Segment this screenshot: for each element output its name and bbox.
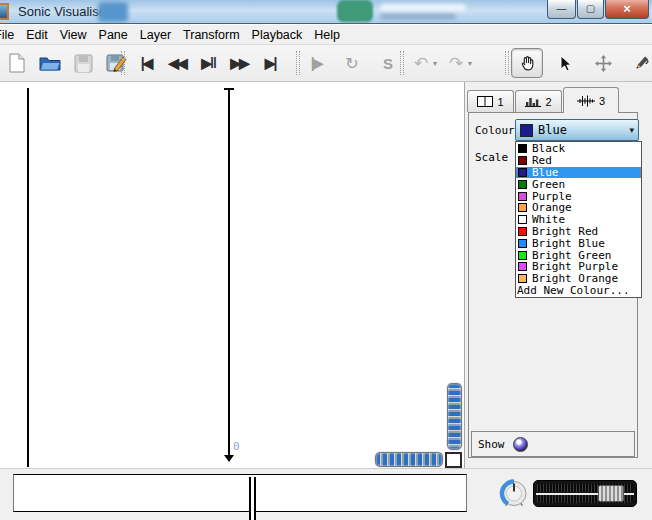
fast-forward-icon: ▶▶	[230, 55, 248, 71]
split-pane-icon	[477, 96, 493, 107]
playback-time-label: 0	[233, 440, 240, 453]
bottom-bar	[0, 468, 652, 520]
watermark	[380, 4, 466, 11]
tab-label: 2	[545, 96, 551, 108]
play-pause-icon: ▶‖	[201, 55, 215, 71]
toolbar: |◀ ◀◀ ▶‖ ▶▶ ▶| |▶ ↻ S ↶ ▾ ↷ ▾	[0, 45, 652, 82]
rewind-button[interactable]: ◀◀	[164, 49, 190, 77]
arrow-cursor-icon	[558, 55, 573, 72]
title-bar: Sonic Visualiser — ▢ ×	[0, 0, 652, 24]
minimize-button[interactable]: —	[547, 0, 576, 19]
undo-dropdown-arrow[interactable]: ▾	[433, 59, 437, 68]
tab-label: 3	[599, 95, 605, 107]
colour-option-bright-purple[interactable]: Bright Purple	[516, 261, 641, 273]
play-pause-button[interactable]: ▶‖	[195, 49, 221, 77]
colour-swatch	[518, 192, 527, 201]
colour-swatch	[518, 227, 527, 236]
window-title: Sonic Visualiser	[18, 4, 110, 19]
colour-swatch	[518, 262, 527, 271]
undo-button[interactable]: ↶	[408, 49, 434, 77]
menu-edit[interactable]: Edit	[20, 25, 54, 45]
colour-swatch	[518, 239, 527, 248]
close-button[interactable]: ×	[605, 0, 649, 19]
colour-swatch	[518, 203, 527, 212]
colour-value: Blue	[538, 123, 624, 137]
colour-option-red[interactable]: Red	[516, 155, 641, 167]
maximize-button[interactable]: ▢	[577, 0, 604, 19]
open-folder-icon	[39, 54, 61, 72]
bar-chart-icon	[525, 96, 541, 107]
menu-help[interactable]: Help	[308, 25, 346, 45]
colour-option-orange[interactable]: Orange	[516, 202, 641, 214]
playback-level-fader[interactable]	[533, 480, 637, 507]
playback-cursor	[228, 89, 230, 461]
rewind-to-start-button[interactable]: |◀	[133, 49, 159, 77]
show-box: Show	[471, 431, 635, 457]
scale-label: Scale	[475, 151, 508, 164]
colour-option-bright-blue[interactable]: Bright Blue	[516, 237, 641, 249]
menu-layer[interactable]: Layer	[134, 25, 177, 45]
show-play-led[interactable]	[513, 437, 528, 452]
save-button[interactable]	[70, 49, 96, 77]
move-tool-button[interactable]	[587, 48, 619, 78]
colour-option-bright-red[interactable]: Bright Red	[516, 226, 641, 238]
tab-pane-1[interactable]: 1	[467, 90, 514, 112]
tab-label: 1	[497, 96, 503, 108]
redo-dropdown-arrow[interactable]: ▾	[468, 59, 472, 68]
colour-swatch	[520, 124, 533, 137]
menu-view[interactable]: View	[54, 25, 93, 45]
colour-combobox[interactable]: Blue ▾	[515, 119, 639, 141]
playback-cursor-arrow	[224, 455, 234, 462]
watermark	[380, 14, 456, 19]
new-session-button[interactable]	[4, 49, 30, 77]
colour-option-purple[interactable]: Purple	[516, 190, 641, 202]
add-new-colour-option[interactable]: Add New Colour...	[516, 285, 641, 297]
reset-zoom-button[interactable]	[445, 452, 462, 468]
fast-forward-to-end-button[interactable]: ▶|	[257, 49, 283, 77]
horizontal-zoom-thumbwheel[interactable]	[375, 452, 443, 467]
rewind-to-start-icon: |◀	[141, 55, 152, 71]
colour-swatch	[518, 215, 527, 224]
toolbar-overflow-chevron[interactable]: ›	[645, 53, 649, 68]
menu-file[interactable]: File	[0, 25, 20, 45]
colour-option-black[interactable]: Black	[516, 143, 641, 155]
navigate-tool-button[interactable]	[511, 48, 543, 78]
open-button[interactable]	[37, 49, 63, 77]
toolbar-separator	[505, 51, 509, 75]
tab-pane-3-active[interactable]: 3	[563, 87, 619, 113]
hand-icon	[519, 54, 536, 72]
colour-option-white[interactable]: White	[516, 214, 641, 226]
fader-handle[interactable]	[598, 485, 624, 502]
chevron-down-icon: ▾	[629, 125, 634, 135]
colour-option-blue-selected[interactable]: Blue	[516, 167, 641, 179]
menu-pane[interactable]: Pane	[93, 25, 134, 45]
colour-option-bright-orange[interactable]: Bright Orange	[516, 273, 641, 285]
solo-button[interactable]: S	[375, 49, 401, 77]
properties-column: 1 2	[464, 82, 652, 468]
colour-label: Colour	[475, 124, 515, 137]
menu-transform[interactable]: Transform	[177, 25, 246, 45]
overview-panner[interactable]	[13, 474, 467, 512]
waveform-pane[interactable]: 0 1	[0, 82, 652, 468]
toolbar-separator	[121, 51, 125, 75]
tab-pane-2[interactable]: 2	[515, 90, 562, 112]
colour-swatch	[518, 180, 527, 189]
overview-cursor[interactable]	[249, 477, 256, 520]
save-as-button[interactable]	[103, 49, 129, 77]
app-window: Sonic Visualiser — ▢ × File Edit View Pa…	[0, 0, 652, 520]
vertical-zoom-thumbwheel[interactable]	[447, 383, 462, 450]
play-selection-button[interactable]: |▶	[303, 49, 329, 77]
show-label: Show	[478, 438, 505, 451]
save-disk-icon	[74, 54, 93, 73]
solo-icon: S	[383, 55, 393, 72]
colour-option-green[interactable]: Green	[516, 178, 641, 190]
select-tool-button[interactable]	[549, 48, 581, 78]
new-file-icon	[8, 53, 26, 73]
waveform-icon	[577, 95, 595, 107]
fast-forward-button[interactable]: ▶▶	[226, 49, 252, 77]
redo-button[interactable]: ↷	[443, 49, 469, 77]
menu-playback[interactable]: Playback	[246, 25, 309, 45]
play-loop-button[interactable]: ↻	[339, 49, 365, 77]
playback-speed-knob[interactable]	[498, 478, 530, 510]
colour-option-bright-green[interactable]: Bright Green	[516, 249, 641, 261]
